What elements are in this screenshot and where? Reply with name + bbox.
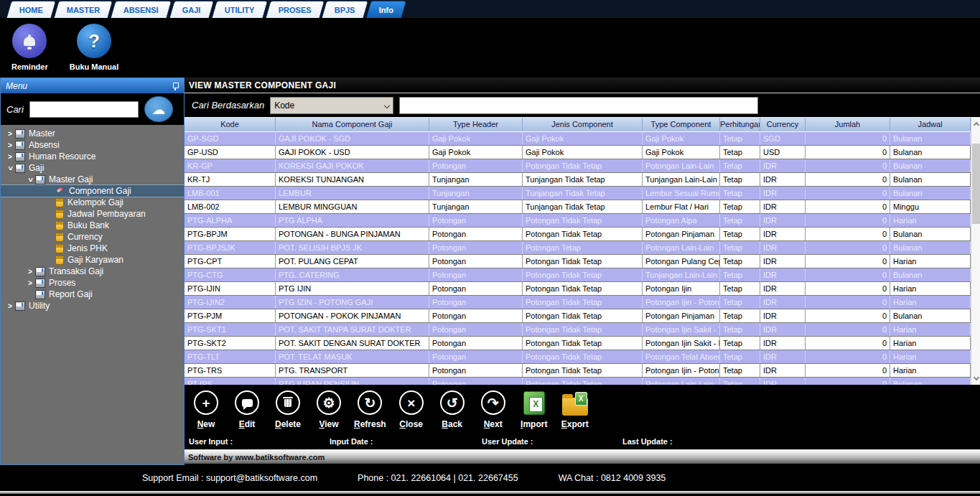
pin-icon[interactable] bbox=[172, 82, 179, 90]
tree-item[interactable]: > Component Gaji bbox=[1, 185, 184, 197]
table-row[interactable]: PTG-SKT2POT. SAKIT DENGAN SURAT DOKTERPo… bbox=[185, 337, 971, 350]
table-row[interactable]: PTG-IJINPTG IJINPotonganPotongan Tidak T… bbox=[185, 282, 971, 296]
menu-tab[interactable]: MASTER bbox=[54, 1, 113, 18]
table-cell: IDR bbox=[760, 337, 806, 350]
tab-label: Info bbox=[379, 6, 393, 14]
tree-item[interactable]: > Master Gaji bbox=[1, 174, 184, 185]
column-header-type-component[interactable]: Type Component bbox=[643, 118, 720, 131]
menu-tab[interactable]: GAJI bbox=[169, 1, 215, 18]
tree-item[interactable]: > Human Resource bbox=[1, 151, 184, 162]
tree-item-label: Jadwal Pembayaran bbox=[67, 209, 149, 219]
table-cell: Potongan Tidak Tetap bbox=[523, 309, 643, 322]
menu-tab[interactable]: HOME bbox=[6, 1, 57, 18]
toolbar-button[interactable]: ↷ Next bbox=[477, 389, 509, 429]
tree-item[interactable]: > Proses bbox=[1, 277, 184, 289]
column-header-jenis-component[interactable]: Jenis Component bbox=[523, 118, 643, 131]
table-cell: Tunjangan Tidak Tetap bbox=[523, 173, 643, 186]
menu-tab[interactable]: ABSENSI bbox=[111, 1, 172, 18]
table-cell: Lembur Flat / Hari bbox=[643, 200, 720, 213]
table-row[interactable]: PTG-CPTPOT. PULANG CEPATPotonganPotongan… bbox=[185, 255, 971, 268]
tree-item[interactable]: > Buku Bank bbox=[1, 220, 184, 231]
table-cell: Potongan Tidak Tetap bbox=[523, 364, 643, 377]
tree-item[interactable]: > Transaksi Gaji bbox=[1, 266, 184, 277]
table-cell: Gaji Pokok bbox=[523, 132, 643, 145]
tree-item[interactable]: > Gaji bbox=[1, 162, 184, 174]
table-row[interactable]: KR-TJKOREKSI TUNJANGANTunjanganTunjangan… bbox=[185, 173, 971, 187]
table-row[interactable]: PTG-PJMPOTONGAN - POKOK PINJAMANPotongan… bbox=[185, 309, 971, 323]
table-row[interactable]: PTG-CTGPTG. CATERINGPotonganPotongan Tid… bbox=[185, 268, 971, 282]
toolbar-button[interactable]: Import bbox=[518, 389, 550, 429]
buku-manual-button[interactable]: ? Buku Manual bbox=[70, 24, 118, 71]
column-header-jumlah[interactable]: Jumlah bbox=[806, 118, 890, 131]
chevron-icon[interactable]: > bbox=[5, 153, 15, 161]
table-cell: Harian bbox=[890, 350, 971, 363]
menu-tab[interactable]: BPJS bbox=[322, 1, 369, 18]
toolbar-button[interactable]: + New bbox=[190, 389, 222, 429]
table-row[interactable]: PTG-ALPHAPTG ALPHAPotonganPotongan Tidak… bbox=[185, 214, 971, 228]
scroll-up-icon[interactable] bbox=[971, 118, 980, 130]
table-row[interactable]: LMB-001LEMBURTunjanganTunjangan Tidak Te… bbox=[185, 187, 971, 200]
toolbar-button[interactable]: Export bbox=[559, 389, 591, 429]
toolbar-button[interactable]: Delete bbox=[272, 389, 304, 429]
column-header-kode[interactable]: Kode bbox=[185, 118, 276, 131]
table-cell: Bulanan bbox=[890, 241, 971, 254]
chevron-icon[interactable]: > bbox=[5, 141, 15, 149]
table-row[interactable]: PTG-BPJSJKPOT. SELISIH BPJS JKPotonganPo… bbox=[185, 241, 971, 255]
column-header-type-header[interactable]: Type Header bbox=[429, 118, 523, 131]
cloud-search-button[interactable]: ☁ bbox=[144, 96, 173, 122]
tree-item[interactable]: > Master bbox=[1, 128, 184, 139]
branding-bar: Software by www.batiksoftware.com bbox=[185, 449, 980, 464]
scrollbar-thumb[interactable] bbox=[972, 144, 980, 224]
trash-icon bbox=[276, 389, 300, 416]
table-row[interactable]: PTG-SKT1POT. SAKIT TANPA SURAT DOKTERPot… bbox=[185, 323, 971, 337]
chevron-icon[interactable]: > bbox=[25, 268, 35, 276]
chevron-icon[interactable]: > bbox=[27, 174, 34, 184]
menu-tab[interactable]: PROSES bbox=[265, 1, 325, 18]
table-row[interactable]: PT-IPSPTG IURAN PENSIUNPotonganPotongan … bbox=[185, 378, 971, 385]
search-input[interactable] bbox=[399, 97, 758, 114]
table-zone: KodeNama Component GajiType HeaderJenis … bbox=[185, 117, 980, 385]
chevron-icon[interactable]: > bbox=[6, 163, 14, 173]
tree-item[interactable]: > Kelompok Gaji bbox=[1, 197, 184, 208]
table-cell: POT. TELAT MASUK bbox=[276, 350, 429, 363]
tree-item[interactable]: > Currency bbox=[1, 231, 184, 243]
table-row[interactable]: PTG-TRSPTG. TRANSPORTPotonganPotongan Ti… bbox=[185, 364, 971, 378]
refresh-icon: ↻ bbox=[358, 389, 382, 416]
table-row[interactable]: PTG-TLTPOT. TELAT MASUKPotonganPotongan … bbox=[185, 350, 971, 364]
table-cell: PTG. TRANSPORT bbox=[276, 364, 429, 377]
table-row[interactable]: PTG-IJIN2PTG IZIN - POTONG GAJIPotonganP… bbox=[185, 296, 971, 309]
reminder-button[interactable]: Reminder bbox=[11, 24, 48, 71]
sidebar-header: Menu bbox=[1, 78, 184, 93]
table-cell: 0 bbox=[806, 296, 890, 309]
menu-tab[interactable]: Info bbox=[366, 1, 407, 18]
scroll-down-icon[interactable] bbox=[971, 373, 980, 385]
tree-item[interactable]: > Absensi bbox=[1, 139, 184, 151]
column-header-perhitungan[interactable]: Perhitungan bbox=[720, 118, 760, 131]
table-row[interactable]: PTG-BPJMPOTONGAN - BUNGA PINJAMANPotonga… bbox=[185, 228, 971, 241]
vertical-scrollbar[interactable] bbox=[971, 118, 980, 385]
table-row[interactable]: KR-GPKOREKSI GAJI POKOKPotonganPotongan … bbox=[185, 159, 971, 173]
tree-item[interactable]: > Jenis PHK bbox=[1, 243, 184, 254]
table-row[interactable]: GP-USDGAJI POKOK - USDGaji PokokGaji Pok… bbox=[185, 146, 971, 159]
column-header-currency[interactable]: Currency bbox=[760, 118, 806, 131]
toolbar-button[interactable]: Edit bbox=[231, 389, 263, 429]
toolbar-button[interactable]: ⚙ View bbox=[313, 389, 345, 429]
toolbar-button[interactable]: ↺ Back bbox=[437, 389, 468, 429]
sidebar-search-input[interactable] bbox=[29, 101, 139, 118]
tree-item[interactable]: > Report Gaji bbox=[1, 289, 184, 300]
toolbar-button[interactable]: × Close bbox=[396, 389, 427, 429]
tree-item[interactable]: > Utility bbox=[1, 300, 184, 312]
menu-tab[interactable]: UTILITY bbox=[212, 1, 268, 18]
toolbar-button[interactable]: ↻ Refresh bbox=[354, 389, 386, 429]
column-header-jadwal[interactable]: Jadwal bbox=[890, 118, 971, 131]
chevron-icon[interactable]: > bbox=[25, 279, 35, 287]
tree-item[interactable]: > Gaji Karyawan bbox=[1, 254, 184, 266]
chevron-icon[interactable]: > bbox=[5, 302, 15, 310]
table-row[interactable]: GP-SGDGAJI POKOK - SGDGaji PokokGaji Pok… bbox=[185, 132, 971, 146]
table-cell: IDR bbox=[760, 268, 806, 281]
table-row[interactable]: LMB-002LEMBUR MINGGUANTunjanganTunjangan… bbox=[185, 200, 971, 214]
chevron-icon[interactable]: > bbox=[5, 130, 15, 138]
tree-item[interactable]: > Jadwal Pembayaran bbox=[1, 208, 184, 220]
column-header-nama-component-gaji[interactable]: Nama Component Gaji bbox=[276, 118, 429, 131]
search-by-dropdown[interactable]: Kode bbox=[270, 97, 393, 114]
